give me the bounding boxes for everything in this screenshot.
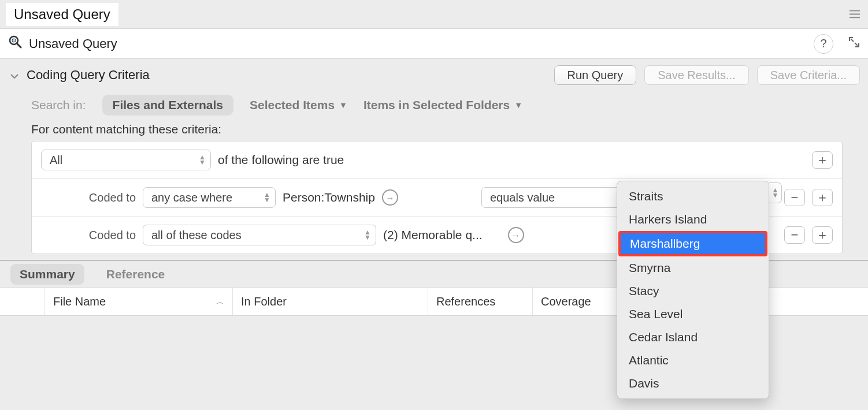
- dropdown-item[interactable]: Cedar Island: [617, 326, 769, 349]
- scope-selected-items[interactable]: Selected Items ▼: [250, 98, 347, 112]
- svg-point-1: [12, 39, 16, 42]
- search-in-label: Search in:: [31, 98, 86, 112]
- value-dropdown-popup: StraitsHarkers IslandMarshallbergSmyrnaS…: [617, 181, 769, 399]
- stepper-icon: ▲▼: [199, 155, 206, 165]
- breadcrumb-bar: Unsaved Query ?: [0, 29, 868, 59]
- expand-icon[interactable]: [848, 36, 860, 51]
- remove-row-button[interactable]: −: [784, 226, 805, 244]
- codes-value: (2) Memorable q...: [383, 228, 483, 242]
- hamburger-icon[interactable]: [850, 8, 860, 21]
- column-references[interactable]: References: [428, 288, 533, 315]
- criteria-row-all: All ▲▼ of the following are true ＋: [32, 141, 842, 179]
- coded-to-label: Coded to: [76, 191, 136, 204]
- add-row-button[interactable]: ＋: [812, 189, 833, 206]
- tab-summary[interactable]: Summary: [10, 264, 84, 285]
- window-title: Unsaved Query: [6, 3, 118, 26]
- remove-row-button[interactable]: −: [784, 189, 805, 206]
- coded-to-label: Coded to: [76, 229, 136, 242]
- criteria-header: Coding Query Criteria Run Query Save Res…: [0, 59, 868, 91]
- run-query-button[interactable]: Run Query: [554, 65, 637, 85]
- search-scope-row: Search in: Files and Externals Selected …: [0, 91, 868, 119]
- operator-select-value: equals value: [490, 191, 555, 204]
- column-filename[interactable]: File Name ︿: [45, 288, 233, 315]
- tab-reference[interactable]: Reference: [97, 264, 175, 285]
- save-results-button: Save Results...: [644, 65, 749, 85]
- column-spacer: [0, 288, 45, 315]
- case-select-value: any case where: [151, 191, 232, 204]
- breadcrumb-title: Unsaved Query: [29, 36, 117, 51]
- dropdown-item[interactable]: Atlantic: [617, 349, 769, 372]
- attribute-picker-button[interactable]: →: [382, 189, 398, 206]
- criteria-title: Coding Query Criteria: [27, 68, 546, 83]
- stepper-icon: ▲▼: [364, 230, 371, 240]
- title-bar: Unsaved Query: [0, 0, 868, 29]
- case-select[interactable]: any case where ▲▼: [143, 187, 276, 208]
- combiner-select-value: All: [50, 154, 62, 167]
- stepper-icon: ▲▼: [264, 192, 270, 203]
- save-criteria-button: Save Criteria...: [757, 65, 860, 85]
- matching-criteria-label: For content matching these criteria:: [0, 119, 868, 141]
- scope-selected-items-label: Selected Items: [250, 98, 335, 112]
- dropdown-item[interactable]: Smyrna: [617, 256, 769, 279]
- combiner-select[interactable]: All ▲▼: [41, 150, 211, 170]
- codes-picker-button[interactable]: →: [508, 227, 524, 243]
- combiner-suffix: of the following are true: [218, 153, 344, 167]
- collapse-icon[interactable]: [10, 69, 18, 82]
- column-filename-label: File Name: [53, 295, 106, 308]
- add-row-button[interactable]: ＋: [812, 226, 833, 244]
- add-row-button[interactable]: ＋: [812, 151, 833, 169]
- value-select-edge[interactable]: ▲▼: [769, 182, 782, 203]
- sort-ascending-icon: ︿: [216, 297, 224, 307]
- chevron-down-icon: ▼: [339, 100, 347, 110]
- codes-select-value: all of these codes: [151, 229, 242, 242]
- svg-line-2: [17, 43, 21, 47]
- attribute-label: Person:Township: [283, 191, 375, 204]
- codes-select[interactable]: all of these codes ▲▼: [143, 225, 376, 245]
- dropdown-item-label: Marshallberg: [621, 233, 765, 254]
- dropdown-item[interactable]: Harkers Island: [617, 208, 769, 231]
- scope-items-folders-label: Items in Selected Folders: [363, 98, 510, 112]
- dropdown-item[interactable]: Stacy: [617, 279, 769, 303]
- dropdown-item-highlighted[interactable]: Marshallberg: [618, 231, 767, 256]
- dropdown-item[interactable]: Sea Level: [617, 303, 769, 326]
- help-button[interactable]: ?: [814, 34, 833, 54]
- chevron-down-icon: ▼: [514, 100, 522, 110]
- operator-select[interactable]: equals value ▲▼: [481, 187, 629, 208]
- query-icon: [8, 35, 23, 53]
- dropdown-item[interactable]: Straits: [617, 185, 769, 208]
- column-folder[interactable]: In Folder: [233, 288, 428, 315]
- dropdown-item[interactable]: Davis: [617, 372, 769, 395]
- scope-items-folders[interactable]: Items in Selected Folders ▼: [363, 98, 522, 112]
- scope-files-externals[interactable]: Files and Externals: [102, 95, 233, 115]
